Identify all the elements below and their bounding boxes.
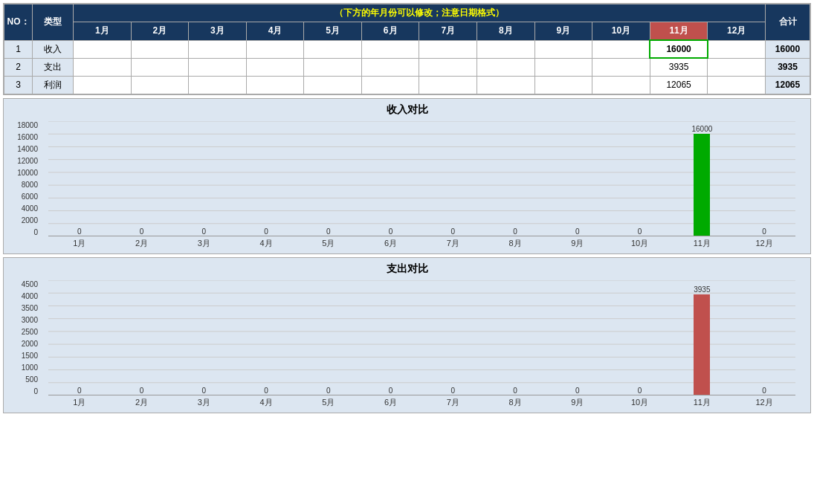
x-label: 9月 <box>546 238 609 249</box>
x-label: 10月 <box>609 238 671 249</box>
row-value-1[interactable] <box>74 58 132 76</box>
x-label: 7月 <box>422 238 485 249</box>
row-no: 3 <box>4 76 33 94</box>
bar-value-label: 0 <box>326 387 331 395</box>
bar-group: 0 <box>609 280 671 395</box>
bar-value-label: 0 <box>762 227 766 236</box>
row-type: 利润 <box>33 76 74 94</box>
x-label: 6月 <box>360 397 422 408</box>
bar-value-label: 0 <box>513 387 517 395</box>
y-label: 1500 <box>5 352 38 360</box>
bar-group: 0 <box>173 280 236 395</box>
bar-group: 0 <box>235 121 297 236</box>
row-value-12[interactable] <box>708 76 766 94</box>
x-label: 7月 <box>422 397 485 408</box>
row-value-5[interactable] <box>304 58 362 76</box>
row-value-6[interactable] <box>361 40 419 58</box>
x-label: 1月 <box>48 397 111 408</box>
main-table: NO： 类型 （下方的年月份可以修改；注意日期格式） 合计 1月2月3月4月5月… <box>4 4 810 94</box>
row-value-11[interactable]: 16000 <box>650 40 708 58</box>
row-value-10[interactable] <box>592 76 650 94</box>
row-value-5[interactable] <box>304 76 362 94</box>
row-value-4[interactable] <box>246 58 304 76</box>
row-value-2[interactable] <box>131 58 189 76</box>
row-value-8[interactable] <box>477 76 535 94</box>
y-label: 500 <box>5 375 38 384</box>
month-header-6: 6月 <box>361 22 419 41</box>
row-value-8[interactable] <box>477 58 535 76</box>
row-value-5[interactable] <box>304 40 362 58</box>
row-total: 3935 <box>766 58 810 76</box>
bar-value-label: 0 <box>140 387 144 395</box>
type-header: 类型 <box>33 4 74 41</box>
bar-rect <box>694 134 710 236</box>
row-value-4[interactable] <box>246 40 304 58</box>
bar-value-label: 0 <box>264 387 268 395</box>
row-value-11[interactable]: 12065 <box>650 76 708 94</box>
expense-chart-section: 支出对比 05001000150020002500300035004000450… <box>3 257 811 413</box>
row-value-10[interactable] <box>592 40 650 58</box>
row-value-6[interactable] <box>361 58 419 76</box>
row-value-11[interactable]: 3935 <box>650 58 708 76</box>
y-label: 2500 <box>5 328 38 336</box>
y-label: 6000 <box>5 193 38 201</box>
bar-group: 16000 <box>671 121 734 236</box>
bar-group: 0 <box>297 280 360 395</box>
x-label: 9月 <box>546 397 609 408</box>
row-value-1[interactable] <box>74 40 132 58</box>
income-chart-section: 收入对比 02000400060008000100001200014000160… <box>3 98 811 254</box>
bar-group: 0 <box>733 121 795 236</box>
row-value-4[interactable] <box>246 76 304 94</box>
y-label: 4500 <box>5 280 38 288</box>
y-label: 18000 <box>5 121 38 129</box>
y-label: 4000 <box>5 204 38 213</box>
row-value-9[interactable] <box>534 58 592 76</box>
row-value-10[interactable] <box>592 58 650 76</box>
row-value-2[interactable] <box>131 40 189 58</box>
bar-value-label: 0 <box>451 227 456 236</box>
row-value-12[interactable] <box>708 58 766 76</box>
row-value-3[interactable] <box>189 40 247 58</box>
bar-group: 0 <box>360 121 422 236</box>
month-header-4: 4月 <box>246 22 304 41</box>
row-value-3[interactable] <box>189 76 247 94</box>
bar-group: 0 <box>173 121 236 236</box>
bar-value-label: 0 <box>389 227 393 236</box>
row-value-3[interactable] <box>189 58 247 76</box>
row-value-6[interactable] <box>361 76 419 94</box>
row-value-9[interactable] <box>534 76 592 94</box>
row-value-9[interactable] <box>534 40 592 58</box>
x-label: 8月 <box>484 238 546 249</box>
bar-value-label: 0 <box>202 227 207 236</box>
bar-value-label: 0 <box>575 227 580 236</box>
y-label: 0 <box>5 228 38 236</box>
month-header-8: 8月 <box>477 22 535 41</box>
row-value-12[interactable] <box>708 40 766 58</box>
row-value-2[interactable] <box>131 76 189 94</box>
month-header-11: 11月 <box>650 22 708 41</box>
bar-value-label: 0 <box>202 387 207 395</box>
month-header-2: 2月 <box>131 22 189 41</box>
x-label: 5月 <box>297 397 360 408</box>
x-label: 8月 <box>484 397 546 408</box>
row-value-1[interactable] <box>74 76 132 94</box>
bar-value-label: 0 <box>638 227 642 236</box>
row-value-8[interactable] <box>477 40 535 58</box>
row-no: 2 <box>4 58 33 76</box>
x-label: 2月 <box>111 397 173 408</box>
bar-group: 0 <box>484 121 546 236</box>
bar-group: 0 <box>422 121 485 236</box>
month-header-10: 10月 <box>592 22 650 41</box>
row-value-7[interactable] <box>419 76 477 94</box>
bar-value-label: 0 <box>451 387 456 395</box>
row-value-7[interactable] <box>419 58 477 76</box>
bar-value-label: 0 <box>326 227 331 236</box>
bar-value-label: 0 <box>77 387 82 395</box>
bar-group: 0 <box>235 280 297 395</box>
row-value-7[interactable] <box>419 40 477 58</box>
bar-value-label: 0 <box>762 387 766 395</box>
income-chart-title: 收入对比 <box>4 99 810 118</box>
month-header-1: 1月 <box>74 22 132 41</box>
x-label: 3月 <box>173 397 236 408</box>
bar-group: 0 <box>297 121 360 236</box>
